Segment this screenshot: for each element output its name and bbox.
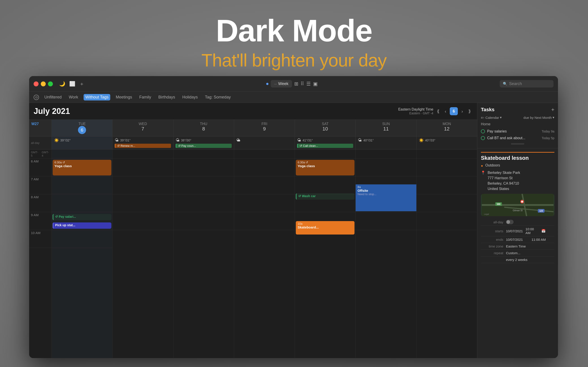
event-pill-pay[interactable]: ↺ Pay coun... [176, 144, 232, 148]
task-item-pay: Pay salaries Today 9a [481, 128, 554, 135]
filter-meetings[interactable]: Meetings [114, 94, 134, 100]
every-value: every 2 weeks [506, 258, 554, 262]
today-button[interactable]: 6 [450, 107, 458, 115]
day-header-tue: TUE 6 [52, 120, 112, 136]
event-location: Berkeley Skate Park 777 Harrison St Berk… [488, 170, 520, 192]
moon-icon[interactable]: 🌙 [59, 81, 65, 87]
weather-top-wed: 🌤 39°/31° [115, 138, 171, 142]
fri-slot-2 [234, 158, 295, 176]
timezone-row: time zone Eastern Time [481, 243, 554, 250]
grid-icon[interactable]: ⊞ [294, 81, 298, 87]
nav-prev[interactable]: ‹ [443, 108, 448, 115]
nav-last[interactable]: ⟫ [467, 108, 473, 115]
starts-date: 10/07/2021 [506, 229, 523, 233]
thu-slot-4 [173, 194, 234, 212]
allday-label: all-day [481, 220, 503, 224]
weather-temp-tue: 39°/32° [60, 139, 71, 142]
event-category: Outdoors [485, 163, 500, 167]
allday-label: all-day [29, 136, 52, 149]
weather-icon-fri: 🌥 [236, 138, 241, 142]
ends-row: ends 10/07/2021 11:00 AM [481, 236, 554, 243]
due-filter-label: due by Next Month [523, 116, 552, 119]
skateboard-time: 10a [298, 222, 353, 225]
repeat-label: repeat [481, 251, 503, 255]
minimize-button[interactable] [41, 82, 46, 86]
cal-icon-starts[interactable]: 📅 [541, 229, 554, 233]
search-box[interactable]: 🔍 [500, 80, 553, 87]
plus-icon[interactable]: ＋ [79, 81, 84, 87]
day-num-sun: 11 [359, 126, 413, 132]
calendar-filter-btn[interactable]: ≡↑ Calendar ▾ [481, 116, 502, 119]
filter-family[interactable]: Family [138, 94, 153, 100]
day-num-wed: 7 [116, 126, 170, 132]
event-yoga-tue[interactable]: 6:30a ↺ Yoga class [53, 160, 111, 175]
sidebar-icon[interactable]: ⬜ [69, 81, 75, 87]
ends-date: 10/07/2021 [506, 238, 529, 242]
close-button[interactable] [34, 82, 39, 86]
task-name-call: Call BT and ask about... [487, 136, 539, 140]
day-num-thu: 8 [177, 126, 231, 132]
filter-unfiltered[interactable]: Unfiltered [43, 94, 63, 100]
time-slot-8am: 8 AM [29, 194, 52, 212]
yoga-tue-name: Yoga class [54, 164, 110, 168]
event-offsite[interactable]: 8a Offsite Need to stop... [356, 184, 416, 211]
maximize-button[interactable] [48, 82, 53, 86]
timezone-sub: Eastern · GMT -4 [409, 111, 433, 115]
task-circle-call[interactable] [481, 136, 485, 140]
allday-toggle[interactable] [506, 220, 514, 224]
weather-icon-sat: 🌤 [297, 138, 301, 142]
apps-icon[interactable]: ⠿ [301, 81, 304, 87]
tue-slot-6 [52, 230, 112, 248]
pay-salaries-name: ↺ Pay salari... [55, 215, 110, 218]
thu-slot-2 [173, 158, 234, 176]
weather-temp-wed: 39°/31° [120, 139, 130, 142]
filter-birthdays[interactable]: Birthdays [157, 94, 177, 100]
filter-without-tags[interactable]: Without Tags [84, 94, 111, 100]
day-name-mon: MON [420, 122, 474, 126]
event-pay-salaries[interactable]: ↺ Pay salari... [53, 214, 111, 220]
event-yoga-sat[interactable]: 6:30a ↺ Yoga class [296, 160, 355, 175]
repeat-value: Custom... [506, 251, 554, 255]
week-label: Week [278, 82, 288, 86]
fri-slot-4 [234, 194, 295, 212]
tue-slot-1 [52, 150, 112, 158]
hero-section: Dark Mode That'll brighten your day [0, 0, 588, 71]
svg-text:123: 123 [539, 210, 543, 212]
cal-header: July 2021 Eastern Daylight Time Eastern … [29, 103, 477, 120]
day-num-mon: 12 [420, 126, 474, 132]
week-view-button[interactable]: ··· Week [271, 80, 292, 87]
event-wash-car[interactable]: ↺ Wash car [296, 193, 355, 200]
filter-holidays[interactable]: Holidays [181, 94, 200, 100]
event-detail-panel: Skateboard lesson ● Outdoors 📍 Berkeley … [477, 148, 558, 358]
search-input[interactable] [509, 82, 550, 86]
day-col-tue: 6:30a ↺ Yoga class ↺ Pay salari... Pick … [52, 150, 112, 358]
filter-tag-someday[interactable]: Tag: Someday [203, 94, 233, 100]
task-time-call: Today 5p [542, 136, 554, 140]
event-pill-call[interactable]: ↺ Call clean... [297, 144, 353, 148]
day-col-mon [416, 150, 477, 358]
event-skateboard[interactable]: 10a Skateboard... [296, 221, 355, 234]
weather-top-mon: ☀️ 40°/33° [419, 138, 475, 143]
weather-temp-sat: 41°/31° [303, 139, 313, 142]
time-slot-6am: 6 AM [29, 158, 52, 176]
day-col-fri [234, 150, 295, 358]
weather-top-sat: 🌤 41°/31° [297, 138, 353, 142]
tasks-add-button[interactable]: + [551, 107, 554, 113]
dots-icon: ··· [274, 82, 277, 86]
event-pickup[interactable]: Pick up stat... [53, 222, 111, 229]
nav-next[interactable]: › [460, 108, 465, 115]
filter-work[interactable]: Work [67, 94, 80, 100]
day-header-sat: SAT 10 [295, 120, 355, 136]
panel-icon[interactable]: ▣ [313, 81, 318, 87]
map-preview[interactable]: 580 123 Gilman St Legal [481, 194, 554, 216]
event-pill-renew[interactable]: ↺ Renew m... [115, 144, 171, 148]
nav-first[interactable]: ⟪ [435, 108, 441, 115]
starts-time: 10:00 AM [526, 227, 538, 235]
task-circle-pay[interactable] [481, 129, 485, 133]
starts-row: starts 10/07/2021 10:00 AM 📅 [481, 226, 554, 236]
weather-icon-thu: 🌤 [176, 138, 180, 142]
titlebar-right: 🔍 [500, 80, 553, 87]
list-icon[interactable]: ☰ [306, 81, 311, 87]
filter-circle-icon[interactable]: ⊖ [34, 95, 39, 100]
due-filter-btn[interactable]: due by Next Month ▾ [523, 116, 554, 119]
